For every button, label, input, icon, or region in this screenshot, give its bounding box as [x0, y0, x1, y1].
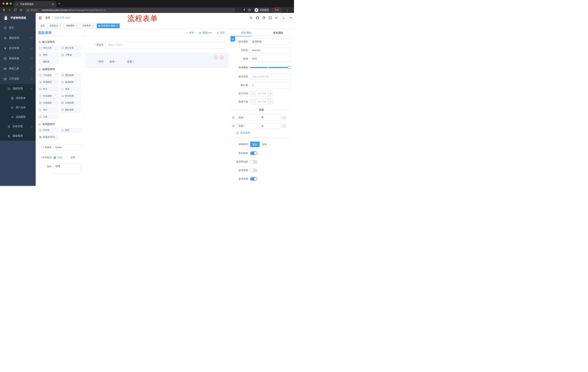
- radio-on[interactable]: [53, 156, 56, 159]
- default-value-input[interactable]: [250, 82, 291, 88]
- breadcrumb-home[interactable]: 首页: [45, 16, 50, 20]
- component-table[interactable]: 表格[开发中]: [38, 135, 59, 140]
- component-row-container[interactable]: 行容器: [38, 128, 59, 133]
- tag-process-form[interactable]: 流程表单✕: [80, 23, 96, 28]
- component-type-select[interactable]: 多选框组: [250, 39, 291, 45]
- minus-icon[interactable]: −: [250, 91, 256, 96]
- duplicate-component-button[interactable]: [214, 56, 218, 60]
- option2-label-input[interactable]: [236, 123, 258, 129]
- component-color-picker[interactable]: 颜色选择: [60, 107, 81, 112]
- address-bar[interactable]: 不安全 | dashboard.yudao.iocoder.cn/bpm/man…: [25, 8, 235, 12]
- sidebar-item-infrastructure[interactable]: 基础设施: [0, 53, 36, 64]
- close-icon[interactable]: ✕: [59, 25, 61, 27]
- component-checkbox-group[interactable]: 多选框组: [60, 80, 81, 85]
- sidebar-item-devtools[interactable]: 研发工具: [0, 64, 36, 74]
- refresh-icon[interactable]: [14, 8, 17, 11]
- browser-tab[interactable]: 芋道管理系统 ✕: [14, 1, 56, 7]
- delete-component-button[interactable]: [220, 56, 224, 60]
- component-switch[interactable]: 开关: [38, 86, 59, 92]
- component-date-range[interactable]: 日期范围: [60, 100, 81, 106]
- sidebar-item-leave-query[interactable]: 请假查询: [0, 131, 36, 141]
- zoom-window-button[interactable]: [10, 2, 12, 5]
- option1-value-input[interactable]: [259, 115, 281, 121]
- window-controls[interactable]: [2, 2, 12, 5]
- sidebar-item-process-mgmt[interactable]: 流程管理: [0, 84, 36, 93]
- grid-slider[interactable]: [250, 67, 289, 68]
- component-upload[interactable]: 上传: [38, 114, 59, 119]
- field-name-input[interactable]: [250, 47, 291, 53]
- option2-value-input[interactable]: [259, 123, 281, 129]
- add-option-button[interactable]: 添加选项: [236, 131, 291, 135]
- forward-icon[interactable]: [8, 8, 11, 12]
- component-textarea[interactable]: 多行文本: [60, 45, 81, 51]
- component-select[interactable]: 下拉选择: [38, 73, 59, 78]
- remark-textarea[interactable]: 嘿嘿: [53, 163, 81, 174]
- min-select-value[interactable]: 至少应选: [256, 91, 268, 96]
- remove-option-button[interactable]: [282, 116, 286, 119]
- avatar-caret-icon[interactable]: [290, 17, 292, 18]
- max-select-value[interactable]: 最多可选: [256, 99, 268, 105]
- max-select-stepper[interactable]: − 最多可选 +: [250, 99, 273, 105]
- checkbox-option1[interactable]: [105, 60, 108, 63]
- checkbox-option2[interactable]: [123, 60, 126, 63]
- tab-component-props[interactable]: 组件属性: [231, 29, 262, 36]
- component-radio-group[interactable]: 单选框组: [38, 80, 59, 85]
- browser-update-button[interactable]: 更新: [272, 8, 282, 12]
- clear-button[interactable]: 清空: [217, 31, 225, 34]
- disabled-switch[interactable]: [250, 169, 257, 172]
- sidebar-item-process-form[interactable]: 流程表单: [0, 93, 36, 103]
- search-icon[interactable]: [249, 16, 253, 20]
- sidebar-item-user-group[interactable]: 用户分组: [0, 103, 36, 112]
- home-icon[interactable]: [20, 8, 23, 12]
- component-single-text[interactable]: 单行文本: [38, 45, 59, 51]
- plus-icon[interactable]: +: [268, 91, 273, 96]
- border-switch[interactable]: [250, 160, 257, 164]
- checkbox-option1-label[interactable]: 选项一: [109, 60, 117, 63]
- plus-icon[interactable]: +: [268, 99, 273, 105]
- new-tab-button[interactable]: +: [58, 2, 60, 6]
- sidebar-item-system[interactable]: 系统管理: [0, 33, 36, 43]
- bookmark-star-icon[interactable]: [248, 8, 251, 11]
- drag-handle-icon[interactable]: [232, 125, 235, 128]
- close-icon[interactable]: ✕: [116, 25, 118, 27]
- component-slider[interactable]: 滑块: [60, 86, 81, 92]
- component-counter[interactable]: 123计数器: [60, 52, 81, 57]
- component-time-range[interactable]: 时间范围: [60, 93, 81, 99]
- show-label-switch[interactable]: [250, 151, 257, 155]
- title-input[interactable]: [250, 56, 291, 62]
- form-canvas[interactable]: *手机号 请输入手机号 *性别 选项一 选项二: [83, 36, 230, 186]
- back-icon[interactable]: [2, 8, 5, 12]
- close-window-button[interactable]: [2, 2, 5, 5]
- phone-input[interactable]: 请输入手机号: [105, 42, 225, 48]
- sidebar-item-task-mgmt[interactable]: 任务管理: [0, 122, 36, 131]
- style-default-button[interactable]: 默认: [250, 142, 260, 147]
- radio-on-label[interactable]: 开启: [57, 156, 62, 159]
- link-toggle-button[interactable]: [231, 36, 235, 42]
- component-date-picker[interactable]: 日期选择: [38, 100, 59, 106]
- canvas-field-phone[interactable]: *手机号 请输入手机号: [83, 42, 225, 48]
- hamburger-icon[interactable]: [39, 16, 42, 20]
- remove-option-button[interactable]: [282, 124, 286, 128]
- save-button[interactable]: 保存: [186, 31, 194, 34]
- tag-home[interactable]: 首页: [39, 23, 47, 28]
- sidebar-logo[interactable]: 芋道管理系统: [0, 13, 36, 23]
- browser-menu-icon[interactable]: [287, 9, 287, 9]
- drag-handle-icon[interactable]: [232, 116, 235, 119]
- label-width-input[interactable]: [250, 74, 291, 80]
- tab-close-icon[interactable]: ✕: [52, 3, 54, 6]
- minus-icon[interactable]: −: [250, 99, 256, 105]
- component-time-picker[interactable]: 时间选择: [38, 93, 59, 99]
- sidebar-item-workflow[interactable]: 工作流程: [0, 74, 36, 84]
- option1-label-input[interactable]: [236, 115, 258, 121]
- required-switch[interactable]: [250, 177, 257, 181]
- minimize-window-button[interactable]: [6, 2, 8, 5]
- tag-process-form-edit[interactable]: 流程表单-编辑✕: [97, 23, 120, 28]
- component-password[interactable]: 密码: [38, 52, 59, 57]
- component-rate[interactable]: 评分: [38, 107, 59, 112]
- view-json-button[interactable]: 查看json: [199, 31, 212, 34]
- close-icon[interactable]: ✕: [76, 25, 77, 27]
- radio-off-label[interactable]: 关闭: [70, 156, 75, 159]
- canvas-field-gender-selected[interactable]: *性别 选项一 选项二: [85, 53, 229, 68]
- tag-process-model[interactable]: 流程模型✕: [64, 23, 79, 28]
- sidebar-item-payment[interactable]: ¥ 支付管理: [0, 43, 36, 53]
